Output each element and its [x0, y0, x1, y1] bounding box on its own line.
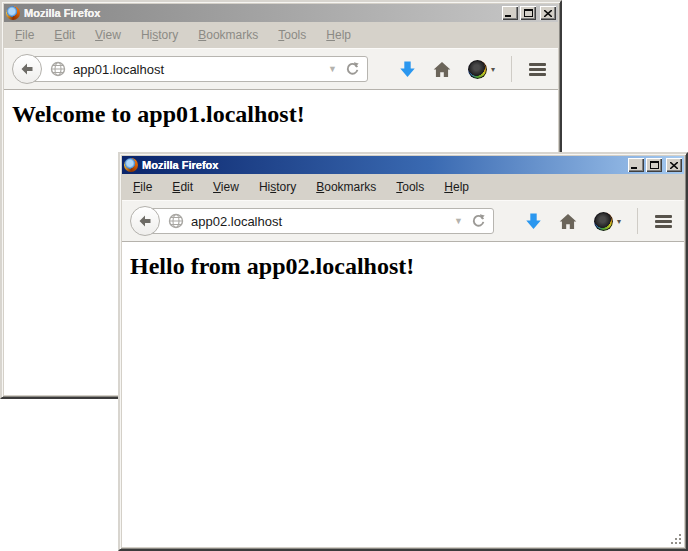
urlbar-dropdown-icon[interactable]: ▼: [454, 216, 463, 226]
menu-item-file[interactable]: File: [5, 26, 44, 44]
minimize-button[interactable]: [628, 158, 644, 172]
toolbar-buttons: ▾: [382, 56, 546, 82]
close-icon: [670, 162, 678, 169]
menu-bar: FileEditViewHistoryBookmarksToolsHelp: [122, 174, 684, 200]
maximize-button[interactable]: [646, 158, 662, 172]
colorwheel-extension-button[interactable]: ▾: [594, 212, 621, 231]
download-button[interactable]: [399, 61, 416, 78]
minimize-button[interactable]: [502, 6, 518, 20]
resize-grip[interactable]: [670, 533, 683, 546]
back-button[interactable]: [130, 206, 160, 236]
url-text[interactable]: app01.localhost: [73, 62, 324, 77]
firefox-window-app02[interactable]: Mozilla Firefox FileEditViewHistoryBookm…: [118, 152, 688, 551]
toolbar-separator: [511, 56, 512, 82]
download-icon: [525, 213, 542, 230]
maximize-icon: [650, 161, 659, 169]
menu-item-edit[interactable]: Edit: [44, 26, 85, 44]
site-identity-globe-icon[interactable]: [50, 61, 66, 77]
url-bar[interactable]: app02.localhost ▼: [145, 208, 494, 234]
hamburger-menu-button[interactable]: [655, 215, 672, 228]
home-button[interactable]: [433, 61, 451, 78]
reload-icon: [471, 213, 486, 228]
page-content: Hello from app02.localhost!: [122, 242, 684, 547]
titlebar[interactable]: Mozilla Firefox: [122, 156, 684, 174]
menu-item-bookmarks[interactable]: Bookmarks: [188, 26, 268, 44]
menu-item-view[interactable]: View: [203, 178, 249, 196]
colorwheel-icon: [594, 212, 613, 231]
home-icon: [559, 213, 577, 230]
hamburger-icon: [655, 215, 672, 228]
site-identity-globe-icon[interactable]: [168, 213, 184, 229]
menu-item-edit[interactable]: Edit: [162, 178, 203, 196]
close-icon: [544, 10, 552, 17]
navigation-toolbar: app01.localhost ▼ ▾: [4, 48, 558, 90]
menu-item-history[interactable]: History: [131, 26, 188, 44]
menu-item-help[interactable]: Help: [316, 26, 361, 44]
titlebar[interactable]: Mozilla Firefox: [4, 4, 558, 22]
minimize-icon: [505, 15, 511, 17]
download-button[interactable]: [525, 213, 542, 230]
navigation-toolbar: app02.localhost ▼ ▾: [122, 200, 684, 242]
colorwheel-icon: [468, 60, 487, 79]
window-controls: [626, 158, 682, 172]
back-arrow-icon: [137, 213, 153, 229]
toolbar-buttons: ▾: [508, 208, 672, 234]
window-title: Mozilla Firefox: [24, 7, 500, 19]
minimize-icon: [631, 167, 637, 169]
menu-item-file[interactable]: File: [123, 178, 162, 196]
colorwheel-dropdown-icon: ▾: [491, 65, 495, 74]
home-button[interactable]: [559, 213, 577, 230]
colorwheel-extension-button[interactable]: ▾: [468, 60, 495, 79]
download-icon: [399, 61, 416, 78]
menu-item-view[interactable]: View: [85, 26, 131, 44]
close-button[interactable]: [540, 6, 556, 20]
reload-button[interactable]: [471, 213, 487, 229]
home-icon: [433, 61, 451, 78]
menu-item-history[interactable]: History: [249, 178, 306, 196]
reload-icon: [345, 61, 360, 76]
urlbar-container: app01.localhost ▼: [12, 54, 368, 84]
menu-item-help[interactable]: Help: [434, 178, 479, 196]
menu-bar: FileEditViewHistoryBookmarksToolsHelp: [4, 22, 558, 48]
menu-item-tools[interactable]: Tools: [386, 178, 434, 196]
hamburger-icon: [529, 63, 546, 76]
back-arrow-icon: [19, 61, 35, 77]
url-bar[interactable]: app01.localhost ▼: [27, 56, 368, 82]
close-button[interactable]: [666, 158, 682, 172]
window-controls: [500, 6, 556, 20]
urlbar-dropdown-icon[interactable]: ▼: [328, 64, 337, 74]
reload-button[interactable]: [345, 61, 361, 77]
window-title: Mozilla Firefox: [142, 159, 626, 171]
toolbar-separator: [637, 208, 638, 234]
page-heading: Welcome to app01.localhost!: [12, 101, 550, 128]
colorwheel-dropdown-icon: ▾: [617, 217, 621, 226]
firefox-logo-icon: [124, 158, 138, 172]
page-heading: Hello from app02.localhost!: [130, 253, 676, 280]
desktop: { "menu_items": [ {"label": "File", "mne…: [0, 0, 688, 551]
url-text[interactable]: app02.localhost: [191, 214, 450, 229]
maximize-icon: [524, 9, 533, 17]
hamburger-menu-button[interactable]: [529, 63, 546, 76]
maximize-button[interactable]: [520, 6, 536, 20]
urlbar-container: app02.localhost ▼: [130, 206, 494, 236]
back-button[interactable]: [12, 54, 42, 84]
menu-item-bookmarks[interactable]: Bookmarks: [306, 178, 386, 196]
firefox-logo-icon: [6, 6, 20, 20]
menu-item-tools[interactable]: Tools: [268, 26, 316, 44]
